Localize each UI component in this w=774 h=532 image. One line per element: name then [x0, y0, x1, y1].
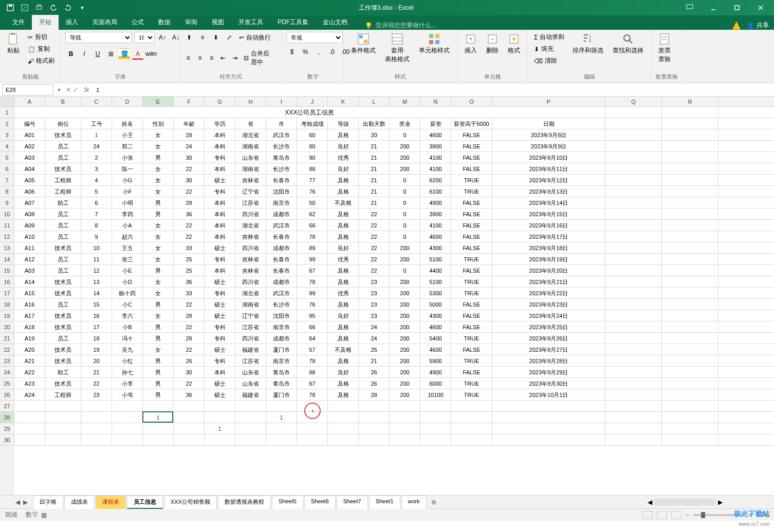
data-cell[interactable]: 小A — [112, 220, 143, 231]
data-cell[interactable]: FALSE — [451, 197, 492, 208]
data-cell[interactable]: 28 — [174, 129, 205, 141]
sheet-tab[interactable]: Sheet6 — [304, 496, 336, 509]
data-cell[interactable]: 50 — [297, 197, 328, 208]
data-cell[interactable]: 200 — [390, 254, 420, 265]
data-cell[interactable] — [420, 423, 451, 434]
data-cell[interactable]: 0 — [390, 220, 420, 231]
align-middle-icon[interactable]: ≡ — [197, 32, 208, 43]
data-cell[interactable]: 辽宁省 — [235, 310, 266, 321]
data-cell[interactable]: 沈阳市 — [266, 310, 297, 321]
data-cell[interactable]: 福建省 — [235, 389, 266, 401]
data-cell[interactable]: 南京市 — [266, 197, 297, 208]
align-right-icon[interactable]: ≡ — [207, 52, 216, 64]
data-cell[interactable]: 成都市 — [266, 276, 297, 288]
print-icon[interactable] — [34, 3, 44, 13]
data-cell[interactable]: 湖北省 — [235, 288, 266, 299]
data-cell[interactable]: FALSE — [451, 344, 492, 355]
data-cell[interactable]: 66 — [297, 321, 328, 333]
data-cell[interactable]: 22 — [174, 344, 205, 355]
data-cell[interactable]: 技术员 — [45, 310, 81, 321]
row-header-28[interactable]: 28 — [0, 412, 14, 423]
data-cell[interactable]: 2023年9月9日 — [492, 141, 605, 152]
cells-area[interactable]: XXX公司员工信息编号岗位工号姓名性别年龄学历省市考核成绩等级出勤天数奖金薪资薪… — [14, 107, 774, 495]
data-cell[interactable]: 24 — [81, 141, 112, 152]
data-cell[interactable]: 及格 — [328, 265, 359, 276]
fapiao-button[interactable]: 发票 查验 — [655, 32, 674, 65]
data-cell[interactable]: 2023年9月25日 — [492, 321, 605, 333]
data-cell[interactable]: A17 — [14, 310, 45, 321]
data-cell[interactable]: 66 — [297, 220, 328, 231]
data-cell[interactable]: A09 — [14, 220, 45, 231]
col-header-E[interactable]: E — [143, 97, 174, 106]
data-cell[interactable]: FALSE — [451, 321, 492, 333]
row-header-3[interactable]: 3 — [0, 129, 14, 141]
data-cell[interactable]: 王五 — [112, 242, 143, 254]
data-cell[interactable]: 26 — [359, 378, 390, 389]
data-cell[interactable] — [205, 434, 235, 446]
data-cell[interactable]: 90 — [297, 152, 328, 163]
data-cell[interactable] — [143, 423, 174, 434]
row-header-23[interactable]: 23 — [0, 355, 14, 367]
data-cell[interactable]: A14 — [14, 276, 45, 288]
row-header-4[interactable]: 4 — [0, 141, 14, 152]
data-cell[interactable]: 男 — [143, 333, 174, 344]
italic-button[interactable]: I — [79, 48, 90, 60]
data-cell[interactable]: 4100 — [420, 152, 451, 163]
data-cell[interactable] — [174, 423, 205, 434]
col-header-L[interactable]: L — [359, 97, 390, 106]
data-cell[interactable]: 良好 — [328, 141, 359, 152]
data-cell[interactable]: 85 — [297, 310, 328, 321]
data-cell[interactable]: 女 — [143, 231, 174, 242]
col-header-Q[interactable]: Q — [605, 97, 662, 106]
data-cell[interactable]: 36 — [174, 389, 205, 401]
bold-button[interactable]: B — [65, 48, 77, 60]
data-cell[interactable]: 男 — [143, 367, 174, 378]
row-header-22[interactable]: 22 — [0, 344, 14, 355]
find-select-button[interactable]: 查找和选择 — [610, 32, 647, 56]
row-header-21[interactable]: 21 — [0, 333, 14, 344]
data-cell[interactable]: 四川省 — [235, 276, 266, 288]
data-cell[interactable]: 21 — [359, 186, 390, 197]
zoom-level[interactable]: 60% — [757, 511, 769, 519]
data-cell[interactable]: TRUE — [451, 288, 492, 299]
data-cell[interactable]: 6000 — [420, 378, 451, 389]
data-cell[interactable]: 女 — [143, 310, 174, 321]
row-header-24[interactable]: 24 — [0, 367, 14, 378]
data-cell[interactable]: 12 — [81, 265, 112, 276]
data-cell[interactable]: 硕士 — [205, 310, 235, 321]
data-cell[interactable]: 孙七 — [112, 367, 143, 378]
data-cell[interactable] — [297, 434, 328, 446]
data-cell[interactable]: 南京市 — [266, 321, 297, 333]
data-cell[interactable]: 30 — [174, 367, 205, 378]
data-cell[interactable]: 13 — [81, 276, 112, 288]
data-cell[interactable]: 女 — [143, 276, 174, 288]
data-cell[interactable]: 76 — [297, 186, 328, 197]
data-cell[interactable] — [492, 423, 605, 434]
data-cell[interactable]: 99 — [297, 254, 328, 265]
data-cell[interactable] — [420, 434, 451, 446]
data-cell[interactable]: 19 — [81, 344, 112, 355]
copy-button[interactable]: 📋复制 — [26, 44, 57, 54]
data-cell[interactable]: 男 — [143, 389, 174, 401]
data-cell[interactable]: 67 — [297, 378, 328, 389]
sheet-tab[interactable]: XXX公司销售额 — [164, 496, 217, 509]
data-cell[interactable]: 山东省 — [235, 152, 266, 163]
data-cell[interactable]: 21 — [359, 175, 390, 186]
sheet-tab[interactable]: 田字格 — [33, 496, 63, 509]
data-cell[interactable]: 小王 — [112, 129, 143, 141]
data-cell[interactable]: 沈阳市 — [266, 186, 297, 197]
data-cell[interactable]: 技术员 — [45, 355, 81, 367]
data-cell[interactable]: 专科 — [205, 152, 235, 163]
data-cell[interactable]: 优秀 — [328, 288, 359, 299]
data-cell[interactable]: 28 — [174, 310, 205, 321]
select-all-corner[interactable] — [0, 97, 14, 106]
col-header-C[interactable]: C — [81, 97, 112, 106]
data-cell[interactable]: TRUE — [451, 254, 492, 265]
data-cell[interactable]: 长春市 — [266, 265, 297, 276]
data-cell[interactable]: 76 — [297, 299, 328, 310]
data-cell[interactable]: 24 — [174, 141, 205, 152]
data-cell[interactable]: 22 — [359, 208, 390, 220]
data-cell[interactable]: 及格 — [328, 333, 359, 344]
data-cell[interactable] — [390, 434, 420, 446]
data-cell[interactable]: 长沙市 — [266, 299, 297, 310]
